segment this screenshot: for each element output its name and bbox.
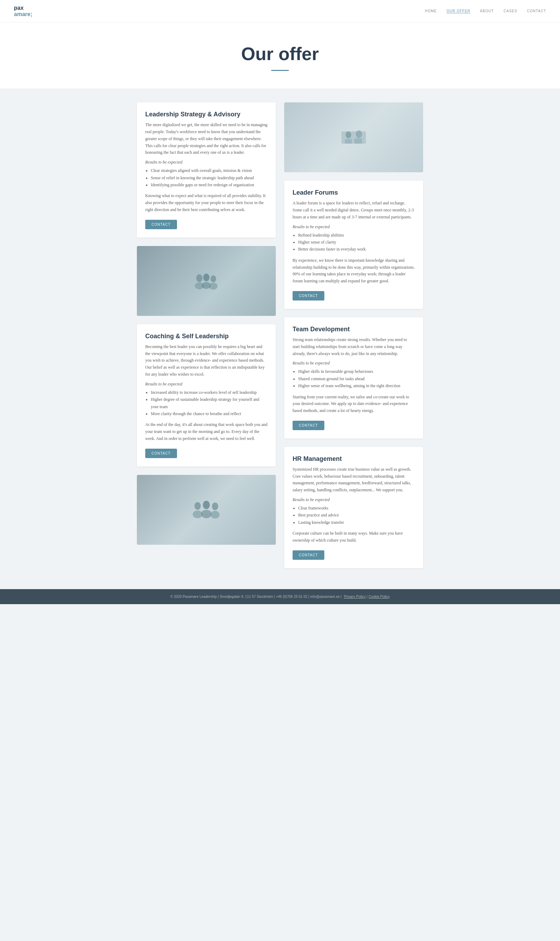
- office-photo-icon: [340, 128, 368, 147]
- bullet-item: Clear frameworks: [298, 504, 415, 512]
- leadership-strategy-bullets: Clear strategies aligned with overall go…: [151, 167, 268, 188]
- bullet-item: Best practice and advice: [298, 512, 415, 518]
- page-title: Our offer: [14, 43, 546, 64]
- hr-management-results-label: Results to be expected: [292, 497, 415, 503]
- group-photo-2-icon: [191, 498, 222, 521]
- leadership-strategy-contact-button[interactable]: CONTACT: [145, 220, 177, 229]
- team-development-results-label: Results to be expected: [292, 361, 415, 366]
- nav-contact[interactable]: CONTACT: [527, 9, 546, 13]
- coaching-contact-button[interactable]: CONTACT: [145, 449, 177, 458]
- hero-section: Our offer: [0, 22, 560, 88]
- coaching-p2: At the end of the day, it's all about cr…: [145, 421, 268, 442]
- svg-point-14: [356, 130, 362, 138]
- team-development-card: Team Development Strong team relationshi…: [284, 317, 423, 438]
- hr-management-bullets: Clear frameworks Best practice and advic…: [298, 504, 415, 526]
- svg-point-0: [196, 274, 203, 282]
- nav-home[interactable]: HOME: [425, 9, 437, 13]
- left-column: Leadership Strategy & Advisory The more …: [137, 102, 276, 568]
- footer: © 2020 Paxamare Leadership | Smedjegatan…: [0, 589, 560, 604]
- coaching-results-label: Results to be expected: [145, 381, 268, 387]
- svg-point-10: [201, 510, 212, 518]
- svg-point-9: [193, 511, 203, 518]
- nav-our-offer[interactable]: OUR OFFER: [446, 9, 470, 13]
- bullet-item: Clear strategies aligned with overall go…: [151, 167, 268, 174]
- svg-point-13: [346, 131, 351, 138]
- bullet-item: Lasting knowledge transfer: [298, 519, 415, 526]
- team-development-contact-button[interactable]: CONTACT: [292, 421, 324, 430]
- leadership-strategy-body: Leadership Strategy & Advisory The more …: [137, 102, 276, 238]
- hr-management-body: HR Management Systemized HR processes cr…: [284, 447, 423, 568]
- footer-cookie-link[interactable]: Cookie Policy: [368, 595, 390, 599]
- bullet-item: More clarity through the chance to breat…: [151, 410, 268, 417]
- group-photo-1-icon: [192, 270, 220, 292]
- leadership-strategy-results-label: Results to be expected: [145, 160, 268, 165]
- svg-rect-16: [354, 138, 362, 143]
- footer-text: © 2020 Paxamare Leadership | Smedjegatan…: [170, 595, 342, 599]
- svg-point-8: [212, 503, 218, 510]
- leader-forums-card: Leader Forums A leader forum is a space …: [284, 180, 423, 309]
- svg-rect-15: [345, 139, 352, 143]
- logo-text: paxamare;: [14, 5, 32, 17]
- bullet-item: Increased ability to increase co-workers…: [151, 389, 268, 396]
- group-photo-2: [137, 475, 276, 545]
- leader-forums-bullets: Refined leadership abilities Higher sens…: [298, 232, 415, 253]
- leader-forums-contact-button[interactable]: CONTACT: [292, 291, 324, 301]
- coaching-card: Coaching & Self Leadership Becoming the …: [137, 324, 276, 466]
- bullet-item: Higher sense of team wellbeing, aiming i…: [298, 382, 415, 389]
- hr-management-contact-button[interactable]: CONTACT: [292, 550, 324, 560]
- leadership-strategy-p2: Knowing what to expect and what is requi…: [145, 193, 268, 213]
- hr-management-card: HR Management Systemized HR processes cr…: [284, 447, 423, 568]
- bullet-item: Higher sense of clarity: [298, 239, 415, 246]
- bullet-item: Higher skills in favourable group behavi…: [298, 368, 415, 375]
- right-column: Leader Forums A leader forum is a space …: [284, 102, 423, 568]
- coaching-title: Coaching & Self Leadership: [145, 333, 268, 340]
- bullet-item: Refined leadership abilities: [298, 232, 415, 239]
- leader-forums-title: Leader Forums: [292, 189, 415, 196]
- bullet-item: Higher degree of sustainable leadership …: [151, 396, 268, 410]
- hr-management-title: HR Management: [292, 455, 415, 463]
- navigation: paxamare; HOME OUR OFFER ABOUT CASES CON…: [0, 0, 560, 22]
- team-development-bullets: Higher skills in favourable group behavi…: [298, 368, 415, 389]
- logo: paxamare;: [14, 5, 32, 17]
- leader-forums-p1: A leader forum is a space for leaders to…: [292, 200, 415, 221]
- svg-point-2: [211, 275, 216, 282]
- bullet-item: Sense of relief in knowing the strategic…: [151, 174, 268, 181]
- coaching-p1: Becoming the best leader you can possibl…: [145, 344, 268, 378]
- bullet-item: Shared common ground for tasks ahead: [298, 375, 415, 382]
- coaching-body: Coaching & Self Leadership Becoming the …: [137, 324, 276, 466]
- team-development-p2: Starting from your current reality, we t…: [292, 394, 415, 414]
- svg-point-5: [209, 283, 217, 290]
- svg-point-1: [203, 274, 209, 281]
- svg-point-11: [211, 511, 220, 518]
- hr-management-p2: Corporate culture can be built in many w…: [292, 530, 415, 544]
- team-development-title: Team Development: [292, 325, 415, 333]
- leader-forums-results-label: Results to be expected: [292, 224, 415, 230]
- leadership-strategy-card: Leadership Strategy & Advisory The more …: [137, 102, 276, 238]
- bullet-item: Identifying possible gaps or need for re…: [151, 181, 268, 188]
- leadership-strategy-p1: The more digitalized we get, the more sk…: [145, 122, 268, 156]
- svg-point-7: [203, 501, 210, 509]
- bullet-item: Better decisions faster in everyday work: [298, 246, 415, 253]
- coaching-bullets: Increased ability to increase co-workers…: [151, 389, 268, 418]
- office-photo: [284, 102, 423, 172]
- nav-links: HOME OUR OFFER ABOUT CASES CONTACT: [425, 9, 546, 13]
- nav-cases[interactable]: CASES: [504, 9, 517, 13]
- nav-about[interactable]: ABOUT: [480, 9, 494, 13]
- team-development-p1: Strong team relationships create strong …: [292, 336, 415, 357]
- hero-underline: [271, 70, 289, 71]
- group-photo-1: [137, 246, 276, 316]
- leader-forums-body: Leader Forums A leader forum is a space …: [284, 180, 423, 309]
- svg-point-6: [194, 502, 201, 510]
- main-content: Leadership Strategy & Advisory The more …: [130, 88, 430, 589]
- hr-management-p1: Systemized HR processes create true busi…: [292, 466, 415, 494]
- footer-privacy-link[interactable]: Privacy Policy: [344, 595, 366, 599]
- team-development-body: Team Development Strong team relationshi…: [284, 317, 423, 438]
- leader-forums-p2: By experience, we know there is importan…: [292, 257, 415, 285]
- leadership-strategy-title: Leadership Strategy & Advisory: [145, 111, 268, 118]
